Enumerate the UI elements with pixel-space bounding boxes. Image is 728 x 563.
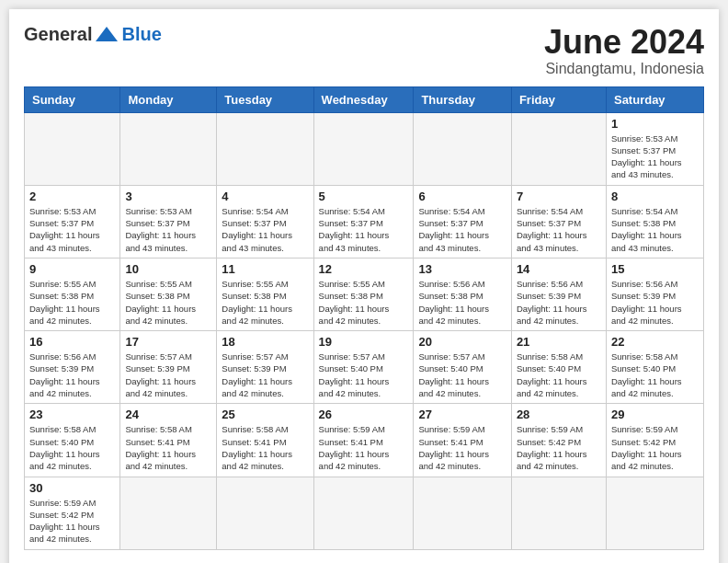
day-number: 23 [29,408,115,421]
calendar-cell: 15Sunrise: 5:56 AM Sunset: 5:39 PM Dayli… [606,258,703,330]
day-number: 29 [611,408,699,421]
calendar-cell: 18Sunrise: 5:57 AM Sunset: 5:39 PM Dayli… [217,331,313,404]
logo: General Blue [24,24,162,45]
day-number: 1 [611,117,699,131]
day-info: Sunrise: 5:58 AM Sunset: 5:41 PM Dayligh… [125,423,211,472]
svg-rect-1 [103,34,110,41]
header-day-sunday: Sunday [25,86,120,112]
day-info: Sunrise: 5:54 AM Sunset: 5:38 PM Dayligh… [611,205,699,254]
logo-blue-text: Blue [121,24,161,45]
day-info: Sunrise: 5:59 AM Sunset: 5:42 PM Dayligh… [611,423,699,472]
day-info: Sunrise: 5:57 AM Sunset: 5:40 PM Dayligh… [319,350,409,399]
day-number: 19 [319,335,409,349]
logo-icon [94,25,119,45]
calendar-cell: 6Sunrise: 5:54 AM Sunset: 5:37 PM Daylig… [414,185,511,258]
day-number: 6 [418,190,506,203]
calendar-cell: 10Sunrise: 5:55 AM Sunset: 5:38 PM Dayli… [120,258,217,330]
day-number: 12 [319,262,409,276]
calendar-cell [120,477,217,549]
calendar-cell: 21Sunrise: 5:58 AM Sunset: 5:40 PM Dayli… [511,331,606,404]
day-info: Sunrise: 5:58 AM Sunset: 5:40 PM Dayligh… [611,350,699,399]
header-day-saturday: Saturday [606,86,703,112]
day-info: Sunrise: 5:57 AM Sunset: 5:39 PM Dayligh… [125,350,211,399]
calendar-cell [414,477,511,549]
calendar-cell: 22Sunrise: 5:58 AM Sunset: 5:40 PM Dayli… [606,331,703,404]
calendar-cell [414,112,511,185]
day-number: 13 [418,262,506,276]
day-number: 11 [222,262,308,276]
calendar-cell: 13Sunrise: 5:56 AM Sunset: 5:38 PM Dayli… [414,258,511,330]
calendar-cell [511,477,606,549]
day-info: Sunrise: 5:55 AM Sunset: 5:38 PM Dayligh… [222,278,308,327]
header-section: General Blue June 2024 Sindangtamu, Indo… [24,24,704,77]
calendar-cell: 9Sunrise: 5:55 AM Sunset: 5:38 PM Daylig… [25,258,120,330]
day-info: Sunrise: 5:56 AM Sunset: 5:39 PM Dayligh… [611,278,699,327]
day-number: 7 [517,190,601,203]
calendar-container: General Blue June 2024 Sindangtamu, Indo… [9,9,719,563]
day-number: 18 [222,335,308,349]
calendar-cell: 26Sunrise: 5:59 AM Sunset: 5:41 PM Dayli… [313,404,414,477]
day-info: Sunrise: 5:59 AM Sunset: 5:42 PM Dayligh… [29,497,115,546]
calendar-subtitle: Sindangtamu, Indonesia [544,61,704,77]
day-number: 3 [125,190,211,203]
day-info: Sunrise: 5:53 AM Sunset: 5:37 PM Dayligh… [29,205,115,254]
calendar-cell [120,112,217,185]
day-number: 21 [517,335,601,349]
calendar-cell: 11Sunrise: 5:55 AM Sunset: 5:38 PM Dayli… [217,258,313,330]
day-info: Sunrise: 5:59 AM Sunset: 5:41 PM Dayligh… [418,423,506,472]
calendar-cell [606,477,703,549]
calendar-cell: 19Sunrise: 5:57 AM Sunset: 5:40 PM Dayli… [313,331,414,404]
day-info: Sunrise: 5:55 AM Sunset: 5:38 PM Dayligh… [319,278,409,327]
calendar-cell: 16Sunrise: 5:56 AM Sunset: 5:39 PM Dayli… [25,331,120,404]
calendar-cell: 3Sunrise: 5:53 AM Sunset: 5:37 PM Daylig… [120,185,217,258]
day-number: 2 [29,190,115,203]
day-info: Sunrise: 5:53 AM Sunset: 5:37 PM Dayligh… [611,132,699,181]
calendar-cell: 8Sunrise: 5:54 AM Sunset: 5:38 PM Daylig… [606,185,703,258]
day-number: 8 [611,190,699,203]
day-info: Sunrise: 5:58 AM Sunset: 5:41 PM Dayligh… [222,423,308,472]
day-info: Sunrise: 5:54 AM Sunset: 5:37 PM Dayligh… [517,205,601,254]
calendar-cell: 5Sunrise: 5:54 AM Sunset: 5:37 PM Daylig… [313,185,414,258]
week-row-6: 30Sunrise: 5:59 AM Sunset: 5:42 PM Dayli… [25,477,704,549]
week-row-1: 1Sunrise: 5:53 AM Sunset: 5:37 PM Daylig… [25,112,704,185]
day-info: Sunrise: 5:59 AM Sunset: 5:42 PM Dayligh… [517,423,601,472]
calendar-cell [217,477,313,549]
day-info: Sunrise: 5:55 AM Sunset: 5:38 PM Dayligh… [125,278,211,327]
calendar-cell: 20Sunrise: 5:57 AM Sunset: 5:40 PM Dayli… [414,331,511,404]
day-number: 28 [517,408,601,421]
week-row-3: 9Sunrise: 5:55 AM Sunset: 5:38 PM Daylig… [25,258,704,330]
day-number: 25 [222,408,308,421]
calendar-cell: 2Sunrise: 5:53 AM Sunset: 5:37 PM Daylig… [25,185,120,258]
day-info: Sunrise: 5:59 AM Sunset: 5:41 PM Dayligh… [319,423,409,472]
day-info: Sunrise: 5:54 AM Sunset: 5:37 PM Dayligh… [319,205,409,254]
day-info: Sunrise: 5:54 AM Sunset: 5:37 PM Dayligh… [222,205,308,254]
calendar-title: June 2024 [544,24,704,61]
day-number: 5 [319,190,409,203]
day-number: 16 [29,335,115,349]
calendar-cell: 24Sunrise: 5:58 AM Sunset: 5:41 PM Dayli… [120,404,217,477]
day-number: 20 [418,335,506,349]
week-row-4: 16Sunrise: 5:56 AM Sunset: 5:39 PM Dayli… [25,331,704,404]
calendar-cell [217,112,313,185]
day-number: 10 [125,262,211,276]
calendar-cell: 14Sunrise: 5:56 AM Sunset: 5:39 PM Dayli… [511,258,606,330]
calendar-cell [313,112,414,185]
day-info: Sunrise: 5:53 AM Sunset: 5:37 PM Dayligh… [125,205,211,254]
calendar-cell: 7Sunrise: 5:54 AM Sunset: 5:37 PM Daylig… [511,185,606,258]
header-day-monday: Monday [120,86,217,112]
day-info: Sunrise: 5:56 AM Sunset: 5:39 PM Dayligh… [517,278,601,327]
header-day-tuesday: Tuesday [217,86,313,112]
calendar-cell: 27Sunrise: 5:59 AM Sunset: 5:41 PM Dayli… [414,404,511,477]
calendar-cell [313,477,414,549]
calendar-cell: 23Sunrise: 5:58 AM Sunset: 5:40 PM Dayli… [25,404,120,477]
calendar-cell: 1Sunrise: 5:53 AM Sunset: 5:37 PM Daylig… [606,112,703,185]
day-info: Sunrise: 5:56 AM Sunset: 5:38 PM Dayligh… [418,278,506,327]
day-info: Sunrise: 5:58 AM Sunset: 5:40 PM Dayligh… [517,350,601,399]
day-number: 4 [222,190,308,203]
day-number: 9 [29,262,115,276]
day-number: 17 [125,335,211,349]
day-info: Sunrise: 5:56 AM Sunset: 5:39 PM Dayligh… [29,350,115,399]
calendar-cell [25,112,120,185]
day-number: 30 [29,481,115,495]
day-info: Sunrise: 5:54 AM Sunset: 5:37 PM Dayligh… [418,205,506,254]
